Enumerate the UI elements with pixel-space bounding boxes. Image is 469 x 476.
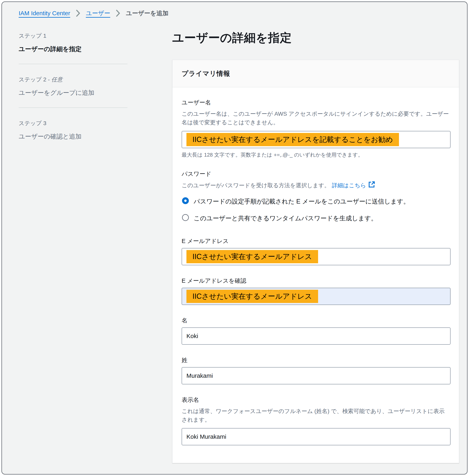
breadcrumb-link-iam-identity-center[interactable]: IAM Identity Center (19, 10, 70, 17)
radio-selected-icon[interactable] (182, 197, 189, 204)
radio-unselected-icon[interactable] (182, 214, 189, 221)
email-label: E メールアドレス (182, 237, 450, 245)
last-name-input[interactable]: Murakami (182, 367, 451, 384)
username-field-group: ユーザー名 このユーザー名は、このユーザーが AWS アクセスポータルにサインイ… (182, 99, 450, 159)
email-value-highlighted: IICさせたい実在するメールアドレス (186, 250, 318, 263)
console-window: IAM Identity Center ユーザー ユーザーを追加 ステップ 1 … (1, 1, 468, 475)
password-label: パスワード (182, 170, 450, 178)
first-name-value: Koki (186, 333, 198, 339)
password-option-onetime[interactable]: このユーザーと共有できるワンタイムパスワードを生成します。 (182, 213, 450, 224)
card-body: ユーザー名 このユーザー名は、このユーザーが AWS アクセスポータルにサインイ… (172, 87, 459, 463)
first-name-input[interactable]: Koki (182, 327, 451, 345)
email-field-group: E メールアドレス IICさせたい実在するメールアドレス (182, 237, 450, 265)
step-number-label: ステップ 1 (19, 32, 127, 40)
step-number-label: ステップ 3 (19, 120, 127, 127)
page-title: ユーザーの詳細を指定 (172, 30, 459, 46)
external-link-icon (368, 181, 375, 190)
main-content: ユーザーの詳細を指定 プライマリ情報 ユーザー名 このユーザー名は、このユーザー… (172, 30, 459, 463)
username-constraint-hint: 最大長は 128 文字です。英数字または +=,.@-_ のいずれかを使用できま… (182, 151, 450, 159)
username-input[interactable]: IICさせたい実在するメールアドレスを記載することをお勧め (182, 131, 451, 148)
breadcrumb-link-users[interactable]: ユーザー (86, 9, 110, 17)
email-confirm-field-group: E メールアドレスを確認 IICさせたい実在するメールアドレス (182, 277, 450, 305)
first-name-field-group: 名 Koki (182, 317, 450, 345)
display-name-description: これは通常、ワークフォースユーザーのフルネーム (姓名) で、検索可能であり、ユ… (182, 407, 450, 424)
primary-info-card: プライマリ情報 ユーザー名 このユーザー名は、このユーザーが AWS アクセスポ… (172, 60, 459, 463)
wizard-steps-sidebar: ステップ 1 ユーザーの詳細を指定 ステップ 2 - 任意 ユーザーをグループに… (19, 30, 127, 141)
last-name-field-group: 姓 Murakami (182, 356, 450, 384)
radio-label: パスワードの設定手順が記載された E メールをこのユーザーに送信します。 (194, 196, 409, 207)
sidebar-step-2[interactable]: ステップ 2 - 任意 ユーザーをグループに追加 (19, 74, 127, 97)
radio-label: このユーザーと共有できるワンタイムパスワードを生成します。 (194, 213, 377, 224)
step-title: ユーザーの詳細を指定 (19, 45, 127, 53)
password-option-email[interactable]: パスワードの設定手順が記載された E メールをこのユーザーに送信します。 (182, 196, 450, 207)
chevron-right-icon (115, 10, 121, 17)
step-number-label: ステップ 2 - 任意 (19, 76, 127, 83)
sidebar-step-1[interactable]: ステップ 1 ユーザーの詳細を指定 (19, 30, 127, 53)
sidebar-step-3[interactable]: ステップ 3 ユーザーの確認と追加 (19, 117, 127, 141)
first-name-label: 名 (182, 317, 450, 325)
card-header: プライマリ情報 (172, 60, 459, 87)
display-name-label: 表示名 (182, 396, 450, 404)
last-name-value: Murakami (186, 372, 213, 379)
display-name-value: Koki Murakami (186, 433, 226, 440)
learn-more-link[interactable]: 詳細はこちら (332, 182, 366, 189)
chevron-right-icon (75, 10, 81, 17)
display-name-input[interactable]: Koki Murakami (182, 428, 451, 445)
username-label: ユーザー名 (182, 99, 450, 107)
password-field-group: パスワード このユーザーがパスワードを受け取る方法を選択します。詳細はこちら パ… (182, 170, 450, 224)
display-name-field-group: 表示名 これは通常、ワークフォースユーザーのフルネーム (姓名) で、検索可能で… (182, 396, 450, 445)
last-name-label: 姓 (182, 356, 450, 364)
email-confirm-value-highlighted: IICさせたい実在するメールアドレス (186, 290, 318, 303)
card-title: プライマリ情報 (182, 69, 450, 78)
breadcrumb-current: ユーザーを追加 (126, 9, 168, 17)
email-input[interactable]: IICさせたい実在するメールアドレス (182, 248, 451, 265)
email-confirm-label: E メールアドレスを確認 (182, 277, 450, 285)
password-description: このユーザーがパスワードを受け取る方法を選択します。詳細はこちら (182, 181, 450, 190)
step-title: ユーザーの確認と追加 (19, 132, 127, 141)
step-title: ユーザーをグループに追加 (19, 89, 127, 97)
username-description: このユーザー名は、このユーザーが AWS アクセスポータルにサインインするために… (182, 110, 450, 127)
email-confirm-input[interactable]: IICさせたい実在するメールアドレス (182, 288, 451, 305)
username-value-highlighted: IICさせたい実在するメールアドレスを記載することをお勧め (186, 133, 399, 146)
divider (19, 64, 127, 64)
divider (19, 108, 127, 108)
breadcrumb: IAM Identity Center ユーザー ユーザーを追加 (19, 8, 467, 18)
